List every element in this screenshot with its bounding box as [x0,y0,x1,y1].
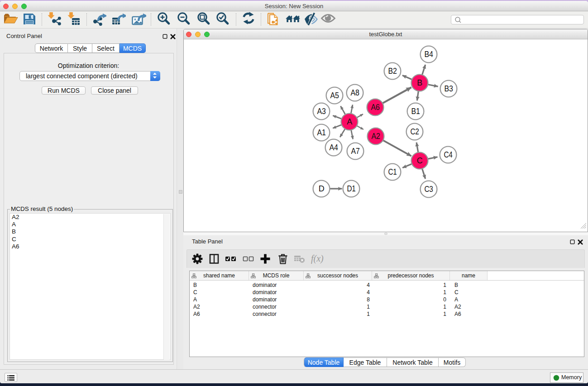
svg-text:A8: A8 [351,88,359,97]
svg-text:B3: B3 [445,84,453,93]
svg-text:A2: A2 [372,132,380,141]
svg-text:D: D [319,184,325,193]
svg-text:A5: A5 [330,91,339,100]
svg-text:C2: C2 [411,127,419,136]
svg-text:A3: A3 [317,107,326,116]
svg-text:A4: A4 [330,143,338,152]
svg-text:B: B [417,78,422,87]
svg-text:C4: C4 [444,150,453,159]
svg-text:A7: A7 [351,147,360,156]
svg-text:D1: D1 [347,184,356,193]
svg-text:C1: C1 [388,167,397,176]
svg-text:B2: B2 [388,67,397,76]
svg-text:A: A [347,117,352,126]
svg-text:C3: C3 [425,185,433,194]
svg-text:A6: A6 [371,103,380,112]
svg-text:C: C [417,156,423,165]
svg-text:A1: A1 [317,128,326,137]
svg-text:B1: B1 [411,107,420,116]
svg-text:B4: B4 [425,50,433,59]
